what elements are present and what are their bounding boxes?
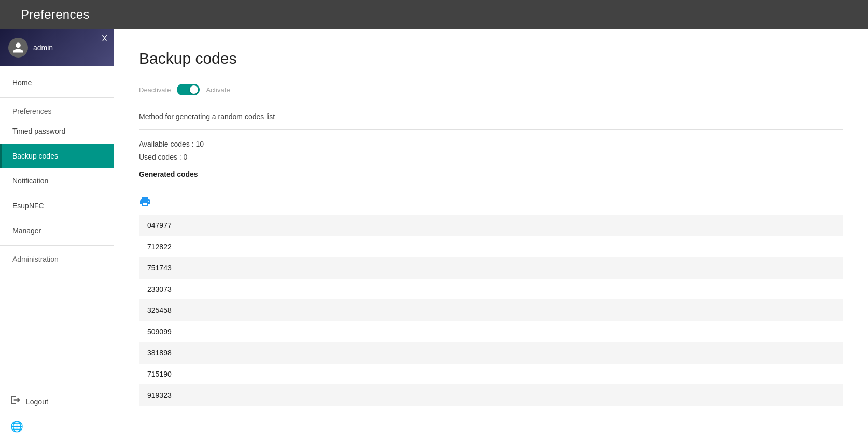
code-row: 325458 bbox=[139, 300, 843, 321]
code-row: 381898 bbox=[139, 342, 843, 364]
code-row: 751743 bbox=[139, 258, 843, 279]
used-codes: Used codes : 0 bbox=[139, 151, 843, 164]
code-row: 715190 bbox=[139, 364, 843, 385]
sidebar-footer: Logout 🌐 bbox=[0, 384, 114, 443]
code-row: 919323 bbox=[139, 385, 843, 406]
sidebar-item-backup-codes[interactable]: Backup codes bbox=[0, 144, 114, 168]
sidebar-nav: Home Preferences Timed password Backup c… bbox=[0, 66, 114, 384]
method-text: Method for generating a random codes lis… bbox=[139, 112, 843, 121]
print-button[interactable] bbox=[139, 195, 151, 211]
available-codes: Available codes : 10 bbox=[139, 138, 843, 151]
logout-icon bbox=[10, 395, 21, 408]
globe-icon: 🌐 bbox=[10, 421, 23, 432]
main-content: Backup codes Deactivate Activate Method … bbox=[114, 29, 868, 443]
page-title: Backup codes bbox=[139, 50, 843, 67]
top-header: Preferences bbox=[0, 0, 868, 29]
sidebar-item-manager[interactable]: Manager bbox=[0, 218, 114, 243]
toggle-row: Deactivate Activate bbox=[139, 84, 843, 95]
stats-block: Available codes : 10 Used codes : 0 bbox=[139, 138, 843, 164]
activate-label: Activate bbox=[206, 86, 230, 94]
generated-codes-label: Generated codes bbox=[139, 170, 843, 178]
codes-list: 0479777128227517432330733254585090993818… bbox=[139, 215, 843, 406]
sidebar-item-timed-password[interactable]: Timed password bbox=[0, 119, 114, 144]
sidebar-item-home[interactable]: Home bbox=[0, 70, 114, 95]
sidebar-item-administration-header: Administration bbox=[0, 248, 114, 266]
logout-label: Logout bbox=[26, 397, 48, 406]
sidebar-item-preferences-header: Preferences bbox=[0, 100, 114, 119]
sidebar-item-esupnfc[interactable]: EsupNFC bbox=[0, 193, 114, 218]
logout-button[interactable]: Logout bbox=[0, 389, 114, 414]
code-row: 509099 bbox=[139, 321, 843, 342]
sidebar: admin X Home Preferences Timed password … bbox=[0, 29, 114, 443]
code-row: 047977 bbox=[139, 215, 843, 236]
header-title: Preferences bbox=[21, 7, 90, 22]
user-name: admin bbox=[33, 44, 53, 52]
code-row: 233073 bbox=[139, 279, 843, 300]
code-row: 712822 bbox=[139, 236, 843, 258]
language-button[interactable]: 🌐 bbox=[0, 414, 114, 439]
backup-codes-toggle[interactable] bbox=[177, 84, 200, 95]
sidebar-user: admin X bbox=[0, 29, 114, 66]
avatar bbox=[8, 38, 28, 58]
sidebar-close-button[interactable]: X bbox=[102, 34, 107, 44]
sidebar-item-notification[interactable]: Notification bbox=[0, 168, 114, 193]
deactivate-label: Deactivate bbox=[139, 86, 171, 94]
